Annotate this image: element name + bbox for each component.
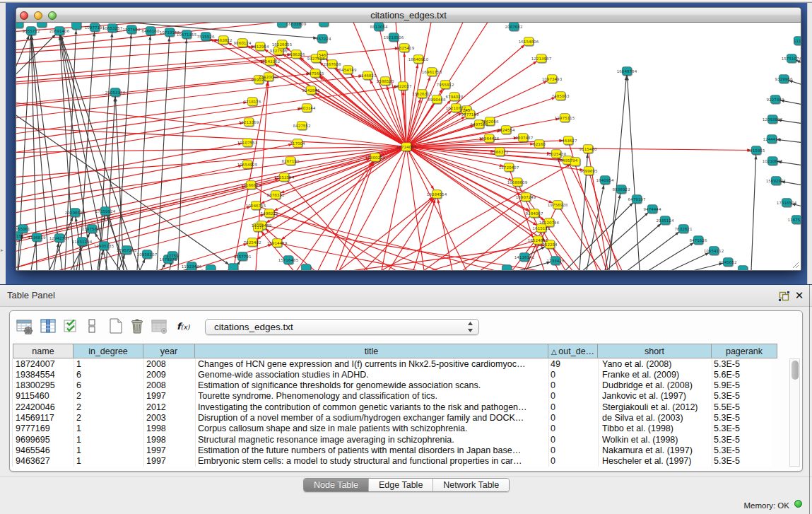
table-cell[interactable]: Tibbo et al. (1998) <box>602 424 710 434</box>
table-cell[interactable]: Franke et al. (2009) <box>602 370 710 380</box>
column-header-year[interactable]: year <box>143 344 195 358</box>
table-cell[interactable]: 2008 <box>146 380 194 391</box>
black-edge[interactable] <box>16 31 59 75</box>
red-edge[interactable] <box>16 47 260 64</box>
table-cell[interactable]: Stergiakouli et al. (2012) <box>602 402 710 413</box>
red-edge[interactable] <box>16 165 247 214</box>
tab-network-table[interactable]: Network Table <box>433 479 509 491</box>
table-selector-dropdown[interactable]: citations_edges.txt <box>205 319 479 335</box>
table-cell[interactable]: 1 <box>76 435 142 445</box>
table-cell[interactable]: 5.3E-5 <box>714 456 776 467</box>
graph-node-teal[interactable] <box>16 23 23 28</box>
red-edge[interactable] <box>315 74 406 147</box>
table-cell[interactable]: Structural magnetic resonance image aver… <box>198 435 547 445</box>
table-cell[interactable]: 5.3E-5 <box>714 413 776 424</box>
table-cell[interactable]: Nakamura et al. (1997) <box>602 445 710 456</box>
red-edge[interactable] <box>16 143 247 185</box>
table-cell[interactable]: 9699695 <box>16 435 72 445</box>
black-edge[interactable] <box>609 71 627 271</box>
window-resize-grip[interactable] <box>791 260 799 269</box>
table-cell[interactable]: Genome-wide association studies in ADHD. <box>198 370 547 380</box>
column-header-in_degree[interactable]: in_degree <box>73 344 143 358</box>
red-edge[interactable] <box>389 194 437 271</box>
red-edge[interactable] <box>16 23 276 50</box>
table-cell[interactable]: 0 <box>551 413 596 424</box>
table-cell[interactable]: 0 <box>551 370 596 380</box>
red-edge[interactable] <box>413 194 437 271</box>
table-cell[interactable]: 0 <box>551 402 596 413</box>
delete-table-button[interactable] <box>128 317 148 337</box>
table-cell[interactable]: Wolkin et al. (1998) <box>602 435 710 445</box>
tab-node-table[interactable]: Node Table <box>304 479 368 491</box>
table-cell[interactable]: 1 <box>76 359 142 370</box>
graph-node-teal[interactable] <box>206 265 215 270</box>
table-cell[interactable]: 0 <box>551 380 596 391</box>
table-cell[interactable]: Jankovic et al. (1997) <box>602 391 710 402</box>
table-cell[interactable]: 5.6E-5 <box>714 370 776 380</box>
column-header-title[interactable]: title <box>195 344 548 358</box>
red-edge[interactable] <box>16 122 249 160</box>
graph-node-teal[interactable] <box>738 266 747 270</box>
float-panel-icon[interactable] <box>779 291 789 301</box>
black-edge[interactable] <box>751 151 756 271</box>
select-rows-button[interactable] <box>61 317 81 337</box>
table-cell[interactable]: 5.5E-5 <box>714 402 776 413</box>
column-header-out_de[interactable]: △ out_de… <box>548 344 598 358</box>
black-edge[interactable] <box>606 221 665 271</box>
table-cell[interactable]: 1998 <box>146 424 194 434</box>
black-edge[interactable] <box>99 28 112 271</box>
table-cell[interactable]: 2009 <box>146 370 194 380</box>
table-cell[interactable]: 2012 <box>146 402 194 413</box>
network-canvas[interactable]: 9055712206914061097719110653257152760264… <box>16 23 801 270</box>
import-table-disabled-button[interactable] <box>150 317 170 337</box>
red-edge[interactable] <box>316 59 406 147</box>
network-view-window[interactable]: citations_edges.txt 90557122069140610977… <box>16 7 801 271</box>
table-cell[interactable]: Changes of HCN gene expression and I(f) … <box>198 359 547 370</box>
window-title-bar[interactable]: citations_edges.txt <box>16 8 801 23</box>
table-cell[interactable]: 6 <box>76 370 142 380</box>
table-cell[interactable]: 9115460 <box>16 391 72 402</box>
table-cell[interactable]: Dudbridge et al. (2008) <box>602 380 710 391</box>
table-cell[interactable]: de Silva et al. (2003) <box>602 413 710 424</box>
black-edge[interactable] <box>605 189 621 271</box>
graph-node-teal[interactable] <box>37 23 46 27</box>
function-builder-button[interactable]: f(x) <box>175 317 194 337</box>
red-edge[interactable] <box>278 51 406 147</box>
graph-node-teal[interactable] <box>277 23 286 27</box>
red-edge[interactable] <box>16 54 296 78</box>
red-edge[interactable] <box>16 102 252 134</box>
red-edge[interactable] <box>322 55 406 147</box>
table-cell[interactable]: 49 <box>551 359 596 370</box>
new-file-button[interactable] <box>107 317 126 337</box>
table-cell[interactable]: Tourette syndrome. Phenomenology and cla… <box>198 391 547 402</box>
table-vertical-scrollbar[interactable] <box>789 358 800 467</box>
table-cell[interactable]: 2 <box>76 402 142 413</box>
table-cell[interactable]: 9777169 <box>16 424 72 434</box>
table-cell[interactable]: 1998 <box>146 435 194 445</box>
table-cell[interactable]: 2008 <box>146 359 194 370</box>
table-cell[interactable]: 5.9E-5 <box>714 380 776 391</box>
graph-node-teal[interactable] <box>502 265 511 270</box>
close-panel-icon[interactable]: ✕ <box>794 289 805 302</box>
table-cell[interactable]: 2 <box>76 391 142 402</box>
table-cell[interactable]: 0 <box>551 391 596 402</box>
black-edge[interactable] <box>627 71 640 271</box>
show-columns-button[interactable] <box>39 317 59 337</box>
table-cell[interactable]: 0 <box>551 424 596 434</box>
table-cell[interactable]: 22420046 <box>16 402 72 413</box>
column-header-name[interactable]: name <box>13 344 73 358</box>
table-cell[interactable]: 2003 <box>146 413 194 424</box>
graph-node-teal[interactable] <box>71 23 81 29</box>
red-edge[interactable] <box>463 214 534 271</box>
black-edge[interactable] <box>31 238 37 271</box>
table-cell[interactable]: 5.3E-5 <box>714 391 776 402</box>
table-cell[interactable]: 5.3E-5 <box>714 445 776 456</box>
table-cell[interactable]: 18724007 <box>16 359 72 370</box>
table-cell[interactable]: Corpus callosum shape and size in male p… <box>198 424 547 434</box>
table-cell[interactable]: Disruption of a novel member of a sodium… <box>198 413 547 424</box>
table-cell[interactable]: 19384554 <box>16 370 72 380</box>
table-cell[interactable]: 2 <box>76 413 142 424</box>
scrollbar-thumb[interactable] <box>792 361 799 380</box>
table-cell[interactable]: 0 <box>551 435 596 445</box>
table-cell[interactable]: Embryonic stem cells: a model to study s… <box>198 456 547 467</box>
